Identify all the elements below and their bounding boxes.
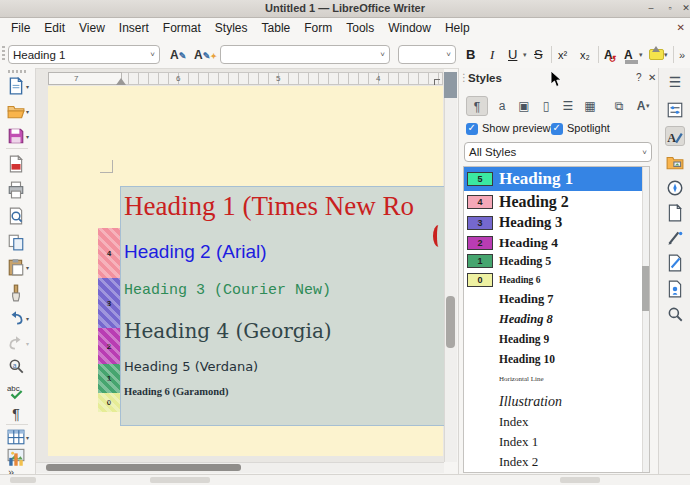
- chevron-down-icon[interactable]: ▾: [523, 51, 527, 59]
- menu-help[interactable]: Help: [438, 18, 477, 38]
- chevron-down-icon[interactable]: ▾: [26, 434, 29, 441]
- style-row-heading-2[interactable]: 4 Heading 2: [464, 191, 649, 212]
- navigator-icon[interactable]: [665, 178, 685, 198]
- chevron-down-icon[interactable]: ▾: [26, 340, 29, 347]
- spotlight-label[interactable]: Spotlight: [567, 122, 610, 134]
- chevron-down-icon[interactable]: ▾: [26, 108, 29, 115]
- styles-icon[interactable]: A: [665, 126, 685, 146]
- gallery-icon[interactable]: [665, 152, 685, 172]
- table-styles-icon[interactable]: ▦: [579, 96, 601, 116]
- chevron-down-icon[interactable]: ▾: [664, 51, 668, 59]
- panel-close-icon[interactable]: ✕: [648, 72, 656, 83]
- menu-format[interactable]: Format: [156, 18, 208, 38]
- list-styles-icon[interactable]: ☰: [557, 96, 579, 116]
- character-styles-icon[interactable]: a: [491, 96, 513, 116]
- style-row-heading-10[interactable]: Heading 10: [464, 349, 649, 369]
- style-row-illustration[interactable]: Illustration: [464, 391, 649, 412]
- style-row-index-2[interactable]: Index 2: [464, 452, 649, 472]
- highlight-color-icon[interactable]: [649, 49, 664, 60]
- font-name-combobox[interactable]: ˅: [220, 45, 390, 64]
- minimize-button[interactable]: –: [644, 2, 658, 15]
- chevron-down-icon[interactable]: ▾: [26, 315, 29, 322]
- chevron-down-icon[interactable]: ▾: [26, 133, 29, 140]
- underline-button[interactable]: U: [508, 45, 517, 65]
- chevron-down-icon[interactable]: ▾: [639, 51, 643, 59]
- chevron-down-icon[interactable]: ˅: [150, 50, 155, 59]
- insert-table-icon[interactable]: [7, 428, 25, 446]
- style-row-horizontal-line[interactable]: Horizontal Line: [464, 369, 649, 389]
- style-row-heading-8[interactable]: Heading 8: [464, 309, 649, 329]
- manage-changes-icon[interactable]: [665, 279, 685, 299]
- menu-window[interactable]: Window: [381, 18, 438, 38]
- find-icon[interactable]: [665, 304, 685, 324]
- italic-button[interactable]: I: [490, 45, 494, 65]
- toolbar-overflow-button[interactable]: »: [679, 45, 685, 65]
- styles-list-scrollbar[interactable]: [642, 167, 649, 472]
- panel-grip[interactable]: ⋮: [459, 72, 468, 83]
- page-styles-icon[interactable]: ▯: [535, 96, 557, 116]
- doc-heading-6[interactable]: Heading 6 (Garamond): [124, 386, 228, 397]
- paragraph-styles-icon[interactable]: ¶: [466, 96, 488, 116]
- superscript-button[interactable]: x²: [558, 45, 567, 65]
- chevron-down-icon[interactable]: ▾: [646, 102, 650, 110]
- style-row-heading-5[interactable]: 1 Heading 5: [464, 252, 649, 270]
- menu-tools[interactable]: Tools: [339, 18, 381, 38]
- accessibility-check-icon[interactable]: [665, 253, 685, 273]
- copy-icon[interactable]: [7, 233, 25, 251]
- maximize-button[interactable]: ▫: [663, 2, 677, 15]
- doc-heading-1[interactable]: Heading 1 (Times New Ro: [124, 191, 414, 222]
- doc-heading-5[interactable]: Heading 5 (Verdana): [124, 359, 258, 374]
- doc-heading-4[interactable]: Heading 4 (Georgia): [124, 319, 332, 343]
- new-style-icon[interactable]: A✎✦: [194, 45, 217, 65]
- chevron-down-icon[interactable]: ▾: [26, 264, 29, 271]
- spotlight-checkbox[interactable]: [551, 123, 563, 135]
- menu-table[interactable]: Table: [255, 18, 298, 38]
- doc-heading-2[interactable]: Heading 2 (Arial): [124, 241, 267, 263]
- page-icon[interactable]: [665, 203, 685, 223]
- style-row-heading-6[interactable]: 0 Heading 6: [464, 270, 649, 289]
- toolbar-grip[interactable]: [2, 46, 5, 61]
- doc-heading-3[interactable]: Heading 3 (Courier New): [124, 282, 331, 299]
- style-row-heading-9[interactable]: Heading 9: [464, 329, 649, 349]
- close-button[interactable]: ✕: [679, 2, 690, 15]
- style-row-heading-1[interactable]: 5 Heading 1: [464, 167, 649, 191]
- chevron-down-icon[interactable]: ˅: [642, 148, 647, 157]
- save-icon[interactable]: [7, 127, 25, 145]
- font-color-icon[interactable]: A: [624, 45, 633, 65]
- show-previews-label[interactable]: Show previews: [482, 122, 556, 134]
- subscript-button[interactable]: x₂: [580, 45, 590, 65]
- find-replace-icon[interactable]: a: [7, 358, 25, 376]
- styles-list-scrollbar-thumb[interactable]: [642, 266, 649, 311]
- formatting-marks-icon[interactable]: ¶: [7, 406, 25, 424]
- bold-button[interactable]: B: [466, 45, 475, 65]
- print-preview-icon[interactable]: [7, 207, 25, 225]
- font-size-combobox[interactable]: ˅: [398, 45, 456, 64]
- panel-help-button[interactable]: ?: [636, 72, 642, 83]
- style-filter-dropdown[interactable]: All Styles ˅: [464, 142, 652, 162]
- style-row-heading-3[interactable]: 3 Heading 3: [464, 212, 649, 233]
- left-toolbar-grip[interactable]: [8, 70, 26, 73]
- update-style-icon[interactable]: A✎: [170, 45, 186, 65]
- fill-format-mode-icon[interactable]: ⧉: [608, 96, 630, 116]
- style-row-heading-7[interactable]: Heading 7: [464, 289, 649, 309]
- print-icon[interactable]: [7, 181, 25, 199]
- menu-form[interactable]: Form: [297, 18, 339, 38]
- frame-styles-icon[interactable]: ▣: [513, 96, 535, 116]
- clone-formatting-icon[interactable]: [7, 284, 25, 302]
- style-row-index[interactable]: Index: [464, 412, 649, 432]
- menu-styles[interactable]: Styles: [208, 18, 255, 38]
- export-pdf-icon[interactable]: [7, 155, 25, 173]
- open-icon[interactable]: [7, 102, 25, 120]
- menu-view[interactable]: View: [72, 18, 112, 38]
- properties-icon[interactable]: [665, 100, 685, 120]
- paste-icon[interactable]: [7, 258, 25, 276]
- style-row-index-1[interactable]: Index 1: [464, 432, 649, 452]
- undo-icon[interactable]: [7, 309, 25, 327]
- clear-formatting-icon[interactable]: A↺: [604, 45, 620, 65]
- document-vertical-scrollbar[interactable]: [444, 72, 457, 462]
- chevron-down-icon[interactable]: ˅: [380, 50, 385, 59]
- redo-icon[interactable]: [7, 334, 25, 352]
- chevron-down-icon[interactable]: ▾: [26, 83, 29, 90]
- menu-edit[interactable]: Edit: [37, 18, 72, 38]
- sidebar-menu-icon[interactable]: ☰: [665, 72, 685, 92]
